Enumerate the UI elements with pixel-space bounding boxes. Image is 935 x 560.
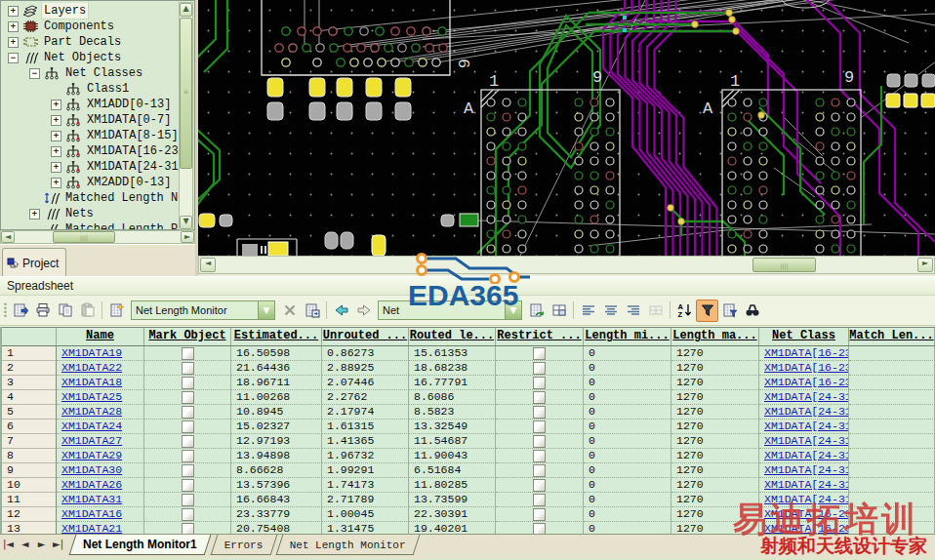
restrict-checkbox[interactable] — [533, 362, 546, 375]
net-name-link[interactable]: XM1DATA18 — [61, 376, 122, 388]
mark-object-checkbox[interactable] — [182, 347, 194, 360]
tree-item-xm1add-0-13-[interactable]: +XM1ADD[0-13] — [3, 97, 179, 112]
back-button[interactable] — [330, 300, 352, 322]
tree-item-part-decals[interactable]: +Part Decals — [3, 34, 179, 50]
tree-hscrollbar[interactable]: ◄ |||| ► — [0, 230, 195, 244]
restrict-cell[interactable] — [496, 522, 584, 534]
tree-item-matched-length-net[interactable]: Matched Length Net — [3, 190, 179, 206]
net-class-cell[interactable]: XM1DATA[24-31] — [759, 434, 849, 449]
restrict-cell[interactable] — [496, 420, 584, 434]
tree-item-xm2add-0-13-[interactable]: +XM2ADD[0-13] — [3, 175, 179, 190]
tree-hscroll-thumb[interactable]: |||| — [53, 231, 115, 243]
row-number-cell[interactable]: 3 — [2, 376, 57, 390]
tab-prev-button[interactable]: ◄ — [17, 535, 33, 554]
sheet-selector-value[interactable]: Net Length Monitor — [132, 301, 258, 319]
goto-sheet-button[interactable] — [525, 300, 548, 322]
restrict-cell[interactable] — [496, 346, 584, 361]
mark-object-cell[interactable] — [144, 478, 231, 493]
new-sheet-button[interactable] — [105, 300, 128, 322]
mark-object-cell[interactable] — [144, 522, 231, 534]
restrict-checkbox[interactable] — [533, 464, 546, 477]
mark-object-cell[interactable] — [144, 507, 231, 522]
chevron-down-icon[interactable]: ▼ — [258, 301, 274, 319]
mark-object-cell[interactable] — [144, 463, 231, 478]
restrict-cell[interactable] — [496, 361, 584, 376]
restrict-cell[interactable] — [496, 493, 584, 507]
mark-object-cell[interactable] — [144, 346, 231, 361]
mark-object-checkbox[interactable] — [182, 362, 194, 375]
filter-button[interactable] — [696, 300, 718, 322]
toolbar-grip[interactable]: •••• — [2, 302, 9, 318]
mark-object-checkbox[interactable] — [182, 494, 194, 506]
net-filter-selector[interactable]: Net▼ — [378, 300, 522, 320]
mark-object-checkbox[interactable] — [182, 464, 194, 477]
mark-object-cell[interactable] — [144, 420, 231, 434]
restrict-checkbox[interactable] — [533, 450, 546, 462]
tree-item-label[interactable]: XM2ADD[0-13] — [85, 175, 173, 190]
align-center-button[interactable] — [599, 300, 622, 322]
tab-last-button[interactable]: ►| — [50, 535, 66, 554]
net-class-cell[interactable]: XM1DATA[24-31] — [759, 390, 849, 405]
row-number-cell[interactable]: 8 — [2, 449, 57, 463]
net-name-link[interactable]: XM1DATA27 — [61, 434, 122, 447]
collapse-icon[interactable]: − — [8, 53, 19, 63]
mark-object-cell[interactable] — [144, 434, 231, 449]
tree-item-label[interactable]: Matched Length Net — [63, 190, 179, 206]
tree-item-label[interactable]: XM1DATA[16-23] — [85, 143, 179, 159]
row-number-cell[interactable]: 9 — [2, 463, 57, 478]
tree-item-components[interactable]: +Components — [3, 19, 179, 34]
tree-vscrollbar[interactable]: ▲ ≡ ▼ — [179, 2, 193, 230]
restrict-checkbox[interactable] — [533, 391, 546, 404]
column-header-length-ma-[interactable]: Length ma... — [671, 328, 759, 345]
tree-item-xm1data-16-23-[interactable]: +XM1DATA[16-23] — [3, 143, 179, 159]
column-header-unrouted-[interactable]: Unrouted ... — [322, 328, 409, 345]
delete-sheet-button[interactable] — [278, 300, 301, 322]
column-header-name[interactable]: Name — [57, 328, 144, 345]
mark-object-checkbox[interactable] — [182, 479, 194, 492]
merge-cells-button[interactable] — [644, 300, 667, 322]
expand-icon[interactable]: + — [29, 209, 40, 220]
name-cell[interactable]: XM1DATA29 — [57, 449, 144, 463]
mark-object-checkbox[interactable] — [182, 450, 194, 462]
expand-icon[interactable]: + — [8, 21, 19, 32]
sheet-tab-errors[interactable]: Errors — [210, 535, 276, 555]
tree-item-label[interactable]: Nets — [63, 206, 96, 221]
net-class-link[interactable]: XM1DATA[24-31] — [764, 405, 849, 418]
tree-item-matched-length-pin[interactable]: Matched Length Pin — [3, 221, 179, 229]
tree-item-xm1data-8-15-[interactable]: +XM1DATA[8-15] — [3, 128, 179, 143]
mark-object-checkbox[interactable] — [182, 435, 194, 448]
column-header-match-len-[interactable]: Match Len... — [849, 328, 935, 345]
restrict-checkbox[interactable] — [533, 435, 546, 448]
copy-button[interactable] — [54, 300, 76, 322]
pcb-hscrollbar[interactable]: ◄ |||| ► — [198, 256, 935, 274]
net-class-cell[interactable]: XM1DATA[24-31] — [759, 463, 849, 478]
mark-object-cell[interactable] — [144, 361, 231, 376]
tree-item-xm1data-24-31-[interactable]: +XM1DATA[24-31] — [3, 159, 179, 175]
restrict-cell[interactable] — [496, 376, 584, 390]
pcb-hscroll-thumb[interactable]: |||| — [752, 258, 816, 272]
insert-sheet-button[interactable] — [9, 300, 31, 322]
restrict-cell[interactable] — [496, 463, 584, 478]
tree-item-label[interactable]: Net Objects — [42, 50, 123, 65]
restrict-checkbox[interactable] — [533, 479, 546, 492]
print-button[interactable] — [31, 300, 54, 322]
restrict-cell[interactable] — [496, 405, 584, 420]
name-cell[interactable]: XM1DATA21 — [57, 522, 144, 534]
name-cell[interactable]: XM1DATA31 — [57, 493, 144, 507]
forward-button[interactable] — [352, 300, 375, 322]
net-name-link[interactable]: XM1DATA22 — [61, 361, 122, 374]
net-name-link[interactable]: XM1DATA16 — [61, 507, 122, 520]
net-name-link[interactable]: XM1DATA25 — [61, 390, 122, 403]
mark-object-checkbox[interactable] — [182, 420, 194, 433]
mark-object-checkbox[interactable] — [182, 523, 194, 534]
net-class-cell[interactable]: XM1DATA[16-23] — [759, 376, 849, 390]
row-number-cell[interactable]: 10 — [2, 478, 57, 493]
net-class-link[interactable]: XM1DATA[24-31] — [764, 449, 849, 461]
chevron-down-icon[interactable]: ▼ — [505, 301, 521, 319]
tree-item-layers[interactable]: +Layers — [3, 3, 179, 19]
expand-icon[interactable]: + — [51, 178, 61, 188]
expand-icon[interactable]: + — [51, 100, 61, 110]
row-number-cell[interactable]: 7 — [2, 434, 57, 449]
tree-item-label[interactable]: XM1DATA[8-15] — [85, 128, 179, 143]
restrict-checkbox[interactable] — [533, 494, 546, 506]
